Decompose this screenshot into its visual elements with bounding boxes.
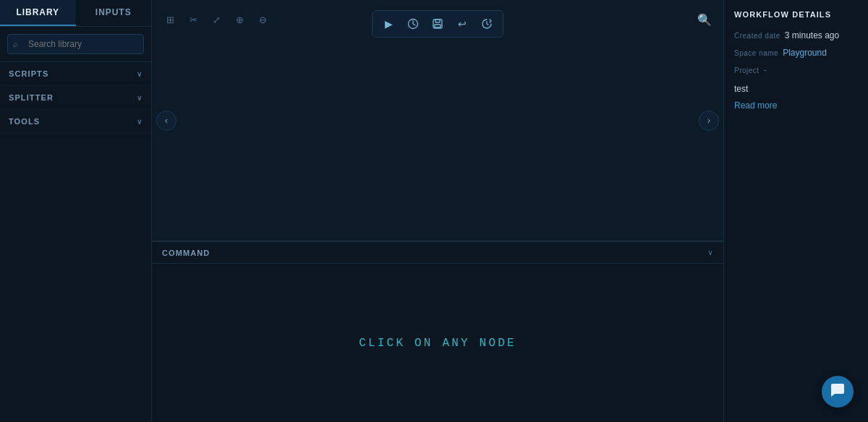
space-name-row: Space name Playground <box>734 48 858 58</box>
play-button[interactable]: ▶ <box>377 14 400 34</box>
zoom-in-button[interactable]: ⊕ <box>230 10 249 29</box>
search-wrapper: ⌕ <box>7 34 144 54</box>
chat-button[interactable] <box>822 376 854 408</box>
scissors-button[interactable]: ✂ <box>184 10 203 29</box>
undo-button[interactable]: ↩ <box>451 14 474 34</box>
chevron-scripts-icon: ∨ <box>137 70 142 78</box>
space-name-value[interactable]: Playground <box>783 48 827 58</box>
created-date-label: Created date <box>734 32 780 40</box>
command-header: COMMAND ∨ <box>152 242 723 264</box>
section-scripts[interactable]: SCRIPTS ∨ <box>0 62 151 86</box>
command-panel: COMMAND ∨ CLICK ON ANY NODE <box>152 241 723 422</box>
canvas-area[interactable]: ⊞ ✂ ⤢ ⊕ ⊖ ▶ ↩ <box>152 0 723 241</box>
history-button[interactable] <box>475 14 498 34</box>
sidebar-tabs: LIBRARY INPUTS <box>0 0 151 27</box>
tab-inputs[interactable]: INPUTS <box>76 0 152 26</box>
schedule-button[interactable] <box>401 14 425 34</box>
right-panel: WORKFLOW DETAILS Created date 3 minutes … <box>723 0 868 422</box>
chevron-right-icon: › <box>707 116 710 126</box>
section-splitter[interactable]: SPLITTER ∨ <box>0 86 151 110</box>
chevron-splitter-icon: ∨ <box>137 94 142 102</box>
read-more-link[interactable]: Read more <box>734 100 777 111</box>
search-container: ⌕ <box>0 27 151 62</box>
nav-left-button[interactable]: ‹ <box>156 111 176 131</box>
project-label: Project <box>734 66 760 74</box>
main-area: ⊞ ✂ ⤢ ⊕ ⊖ ▶ ↩ <box>152 0 723 422</box>
search-input[interactable] <box>7 34 144 54</box>
chevron-command-icon[interactable]: ∨ <box>707 248 713 257</box>
top-toolbar: ▶ ↩ <box>372 10 503 38</box>
canvas-controls-topright: 🔍 <box>694 10 715 30</box>
search-icon: ⌕ <box>13 39 18 49</box>
section-tools[interactable]: TOOLS ∨ <box>0 110 151 134</box>
chevron-left-icon: ‹ <box>165 116 168 126</box>
expand-button[interactable]: ⤢ <box>207 10 226 29</box>
workflow-details-title: WORKFLOW DETAILS <box>734 10 858 19</box>
space-name-label: Space name <box>734 49 778 57</box>
svg-rect-3 <box>435 25 441 27</box>
description-section: test Read more <box>734 84 858 111</box>
project-dash: - <box>764 65 767 75</box>
nav-right-button[interactable]: › <box>699 111 719 131</box>
zoom-out-button[interactable]: ⊖ <box>253 10 272 29</box>
command-title: COMMAND <box>162 249 210 257</box>
chevron-tools-icon: ∨ <box>137 118 142 126</box>
svg-rect-2 <box>435 20 440 22</box>
canvas-search-button[interactable]: 🔍 <box>694 10 715 30</box>
sidebar: LIBRARY INPUTS ⌕ SCRIPTS ∨ SPLITTER ∨ TO… <box>0 0 152 422</box>
grid-button[interactable]: ⊞ <box>161 10 179 29</box>
description-text: test <box>734 84 858 94</box>
created-date-value: 3 minutes ago <box>785 30 839 40</box>
canvas-controls-topleft: ⊞ ✂ ⤢ ⊕ ⊖ <box>161 10 272 29</box>
chat-icon <box>830 382 846 402</box>
created-date-row: Created date 3 minutes ago <box>734 30 858 40</box>
click-node-hint: CLICK ON ANY NODE <box>359 337 516 350</box>
tab-library[interactable]: LIBRARY <box>0 0 76 26</box>
command-body: CLICK ON ANY NODE <box>152 264 723 422</box>
project-row: Project - <box>734 65 858 75</box>
save-button[interactable] <box>426 14 449 34</box>
